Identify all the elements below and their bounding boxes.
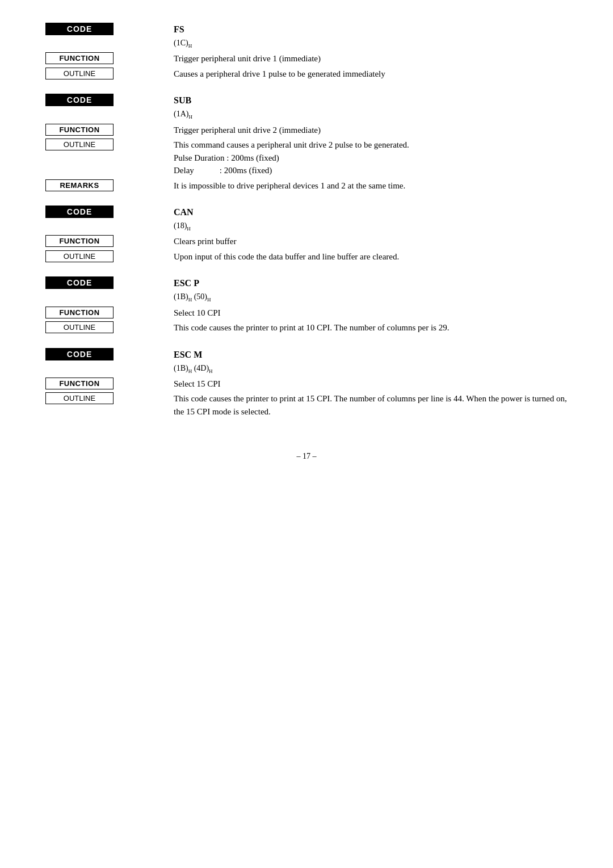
- function-label-escm: FUNCTION: [45, 378, 165, 389]
- outline-value-fs: Causes a peripheral drive 1 pulse to be …: [174, 68, 568, 81]
- code-label-escp: CODE: [45, 276, 165, 289]
- function-value-escm: Select 15 CPI: [174, 378, 568, 391]
- function-label-escp: FUNCTION: [45, 307, 165, 318]
- code-badge-escp: CODE: [45, 276, 114, 289]
- code-name-escp: ESC P: [174, 278, 199, 288]
- outline-value-sub: This command causes a peripheral unit dr…: [174, 139, 568, 177]
- row-code-can: CODE CAN (18)H: [45, 206, 568, 233]
- outline-value-can: Upon input of this code the data buffer …: [174, 250, 568, 263]
- code-badge-escm: CODE: [45, 348, 114, 360]
- code-value-fs: FS (1C)H: [174, 23, 568, 50]
- outline-value-escp: This code causes the printer to print at…: [174, 321, 568, 334]
- row-code-fs: CODE FS (1C)H: [45, 23, 568, 50]
- function-value-can: Clears print buffer: [174, 235, 568, 248]
- function-value-escp: Select 10 CPI: [174, 307, 568, 320]
- function-badge-escm: FUNCTION: [45, 378, 114, 389]
- row-function-sub: FUNCTION Trigger peripheral unit drive 2…: [45, 124, 568, 137]
- outline-badge-can: OUTLINE: [45, 250, 114, 262]
- code-label-sub: CODE: [45, 94, 165, 106]
- code-badge-fs: CODE: [45, 23, 114, 35]
- code-hex-escm: (1B)H (4D)H: [174, 364, 213, 372]
- function-badge-escp: FUNCTION: [45, 307, 114, 318]
- row-function-fs: FUNCTION Trigger peripheral unit drive 1…: [45, 52, 568, 65]
- outline-label-escp: OUTLINE: [45, 321, 165, 333]
- entry-escm: CODE ESC M (1B)H (4D)H FUNCTION Select 1…: [45, 348, 568, 418]
- outline-badge-escp: OUTLINE: [45, 321, 114, 333]
- row-code-sub: CODE SUB (1A)H: [45, 94, 568, 121]
- code-hex-fs: (1C)H: [174, 39, 192, 47]
- row-outline-sub: OUTLINE This command causes a peripheral…: [45, 139, 568, 177]
- code-label-fs: CODE: [45, 23, 165, 35]
- code-name-fs: FS: [174, 24, 184, 34]
- outline-badge-fs: OUTLINE: [45, 68, 114, 79]
- code-value-escp: ESC P (1B)H (50)H: [174, 276, 568, 304]
- outline-label-sub: OUTLINE: [45, 139, 165, 150]
- code-hex-can: (18)H: [174, 221, 191, 230]
- function-label-can: FUNCTION: [45, 235, 165, 247]
- code-value-can: CAN (18)H: [174, 206, 568, 233]
- outline-label-escm: OUTLINE: [45, 392, 165, 404]
- row-outline-escm: OUTLINE This code causes the printer to …: [45, 392, 568, 418]
- code-name-sub: SUB: [174, 95, 191, 105]
- function-value-sub: Trigger peripheral unit drive 2 (immedia…: [174, 124, 568, 137]
- function-badge-sub: FUNCTION: [45, 124, 114, 136]
- code-badge-can: CODE: [45, 206, 114, 218]
- row-outline-fs: OUTLINE Causes a peripheral drive 1 puls…: [45, 68, 568, 81]
- page-footer: – 17 –: [45, 452, 568, 461]
- entry-can: CODE CAN (18)H FUNCTION Clears print buf…: [45, 206, 568, 263]
- outline-badge-sub: OUTLINE: [45, 139, 114, 150]
- code-label-can: CODE: [45, 206, 165, 218]
- entry-fs: CODE FS (1C)H FUNCTION Trigger periphera…: [45, 23, 568, 80]
- code-value-sub: SUB (1A)H: [174, 94, 568, 121]
- row-code-escp: CODE ESC P (1B)H (50)H: [45, 276, 568, 304]
- outline-label-can: OUTLINE: [45, 250, 165, 262]
- remarks-label-sub: REMARKS: [45, 179, 165, 191]
- code-label-escm: CODE: [45, 348, 165, 360]
- row-function-can: FUNCTION Clears print buffer: [45, 235, 568, 248]
- code-badge-sub: CODE: [45, 94, 114, 106]
- code-value-escm: ESC M (1B)H (4D)H: [174, 348, 568, 375]
- function-badge-fs: FUNCTION: [45, 52, 114, 64]
- entry-sub: CODE SUB (1A)H FUNCTION Trigger peripher…: [45, 94, 568, 192]
- remarks-value-sub: It is impossible to drive peripheral dev…: [174, 179, 568, 192]
- code-name-can: CAN: [174, 207, 194, 217]
- row-function-escp: FUNCTION Select 10 CPI: [45, 307, 568, 320]
- row-outline-escp: OUTLINE This code causes the printer to …: [45, 321, 568, 334]
- function-value-fs: Trigger peripheral unit drive 1 (immedia…: [174, 52, 568, 65]
- code-hex-sub-val: (1A)H: [174, 110, 192, 118]
- remarks-badge-sub: REMARKS: [45, 179, 114, 191]
- function-badge-can: FUNCTION: [45, 235, 114, 247]
- outline-label-fs: OUTLINE: [45, 68, 165, 79]
- row-function-escm: FUNCTION Select 15 CPI: [45, 378, 568, 391]
- outline-value-escm: This code causes the printer to print at…: [174, 392, 568, 418]
- function-label-fs: FUNCTION: [45, 52, 165, 64]
- function-label-sub: FUNCTION: [45, 124, 165, 136]
- row-remarks-sub: REMARKS It is impossible to drive periph…: [45, 179, 568, 192]
- outline-badge-escm: OUTLINE: [45, 392, 114, 404]
- row-outline-can: OUTLINE Upon input of this code the data…: [45, 250, 568, 263]
- entry-escp: CODE ESC P (1B)H (50)H FUNCTION Select 1…: [45, 276, 568, 334]
- code-name-escm: ESC M: [174, 350, 202, 359]
- row-code-escm: CODE ESC M (1B)H (4D)H: [45, 348, 568, 375]
- page-number: – 17 –: [297, 452, 317, 460]
- page-content: CODE FS (1C)H FUNCTION Trigger periphera…: [45, 23, 568, 461]
- code-hex-escp: (1B)H (50)H: [174, 292, 211, 301]
